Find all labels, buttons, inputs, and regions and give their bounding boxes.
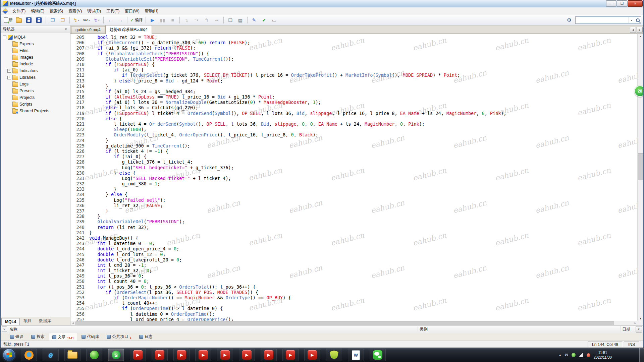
code-line[interactable]: 239 GlobalVariableDel("PERMISSION"); [70,219,638,224]
panel-tab-文章[interactable]: 文章1141 [49,333,77,341]
navigator-close-icon[interactable]: × [63,27,68,32]
tree-item-projects[interactable]: Projects [1,94,70,101]
code-line[interactable]: 227 if (!ai_0) { [70,154,638,159]
save-button[interactable] [24,16,34,24]
tree-item-files[interactable]: Files [1,47,70,54]
code-line[interactable]: 213 } else l_price_8 = Bid - gd_124 * Po… [70,78,638,83]
code-line[interactable]: 247 int l_cmd_28 = -1; [70,262,638,268]
card-button[interactable]: ▭ [269,16,279,24]
menu-item-help[interactable]: 帮助(H) [142,7,161,15]
close-button[interactable]: ✕ [628,0,643,7]
forward-button[interactable]: → [115,16,125,24]
settings-gear-icon[interactable]: ⚙ [565,16,573,24]
code-line[interactable]: 222 Sleep(1000); [70,127,638,132]
code-line[interactable]: 241} [70,230,638,235]
menu-item-search[interactable]: 搜索(S) [47,7,66,15]
tree-item-images[interactable]: Images [1,54,70,61]
open-button[interactable] [14,16,24,24]
code-line[interactable]: 253 if (OrderMagicNumber() == MagicNumbe… [70,295,638,300]
marker-button[interactable]: ✎ [249,16,259,24]
code-line[interactable]: 206 if (TimeCurrent() - g_datetime_300 <… [70,40,638,45]
code-line[interactable]: 254 l_count_40++; [70,300,638,306]
maximize-button[interactable]: ❐ [617,0,627,7]
taskbar-metaeditor-app[interactable]: S [108,349,124,361]
code-line[interactable]: 217 if (ai_0) l_lots_36 = NormalizeDoubl… [70,100,638,105]
code-line[interactable]: 210 if (!SupportECN) { [70,62,638,67]
code-line[interactable]: 251 for (l_pos_36 = 0; l_pos_36 < Orders… [70,284,638,290]
code-line[interactable]: 235 Log("failed sell"); [70,197,638,203]
code-line[interactable]: 249 int l_pos_36 = 0; [70,273,638,279]
menu-item-view[interactable]: 查看(V) [66,7,85,15]
menu-item-edit[interactable]: 编辑(E) [28,7,47,15]
insert-resource-button[interactable]: var▾ [82,16,92,24]
code-line[interactable]: 214 } [70,83,638,89]
column-category[interactable]: 类别 [420,326,428,332]
tray-safety-icon[interactable] [572,353,576,357]
code-line[interactable]: 225 g_datetime_300 = TimeCurrent(); [70,143,638,148]
panel-tab-搜索[interactable]: 搜索 [28,333,48,341]
column-combo-icon[interactable]: ▼ [636,326,642,333]
tree-item-libraries[interactable]: +Libraries [1,74,70,81]
taskbar-firefox[interactable] [21,349,37,361]
code-line[interactable]: 236 li_ret_32 = FALSE; [70,203,638,208]
vertical-scrollbar[interactable]: ▲ ▼ [637,34,643,321]
vertical-scroll-thumb[interactable] [638,153,643,180]
code-line[interactable]: 223 OrderModify(l_ticket_4, OrderOpenPri… [70,132,638,137]
compile-button[interactable]: ✓编译 [129,16,144,24]
save-all-button[interactable] [34,16,44,24]
navigator-tab-项目[interactable]: 项目 [20,317,35,325]
code-line[interactable]: 220 else { [70,116,638,121]
tree-expander-icon[interactable]: + [7,76,11,79]
code-line[interactable]: 219 if (!SupportECN) l_ticket_4 = OrderS… [70,111,638,116]
panel-tab-代码库[interactable]: 代码库 [78,333,102,341]
tab-scroll-right-icon[interactable]: ► [637,27,643,33]
taskbar-clock[interactable]: 11:51 2022/11/30 [594,350,612,360]
debug-start-button[interactable]: ▶ [148,16,158,24]
panel-tab-日志[interactable]: 日志 [136,333,156,341]
taskbar-red-app-7[interactable]: ▶ [261,349,277,361]
taskbar-red-app-5[interactable]: ▶ [217,349,233,361]
column-date[interactable]: 日期 [622,326,630,332]
notification-badge[interactable]: 28 [634,85,643,97]
navigator-tab-MQL4[interactable]: MQL4 [1,318,20,325]
navigator-tab-数据库[interactable]: 数据库 [35,317,55,325]
network-icon[interactable] [579,353,583,357]
code-line[interactable]: 246 double l_ord_takeprofit_20 = 0; [70,257,638,262]
code-line[interactable]: 245 double l_ord_lots_12 = 0; [70,252,638,257]
tray-message-icon[interactable]: ✉ [565,353,568,357]
taskbar-red-app-8[interactable]: ▶ [282,349,299,361]
taskbar-red-app-2[interactable]: ▶ [152,349,168,361]
code-line[interactable]: 211 if (ai_0) { [70,67,638,72]
taskbar-security-app[interactable] [326,349,342,361]
taskbar-file-explorer[interactable] [64,349,80,361]
taskbar-red-app-3[interactable]: ▶ [173,349,190,361]
code-line[interactable]: 237 } [70,208,638,214]
tree-item-experts[interactable]: Experts [1,41,70,47]
taskbar-app-green-1[interactable] [86,349,102,361]
tree-item-logs[interactable]: Logs [1,81,70,87]
code-line[interactable]: 238 } [70,214,638,219]
scroll-left-icon[interactable]: ◄ [70,321,75,325]
paste-button[interactable]: ▤ [235,16,246,24]
code-line[interactable]: 215 if (ai_0) ls_24 = gs__hedged_384; [70,89,638,94]
code-text[interactable]: 205 bool li_ret_32 = TRUE;206 if (TimeCu… [70,35,638,321]
start-button[interactable] [3,349,15,361]
code-line[interactable]: 218 else l_lots_36 = CalcLots(gd_220); [70,105,638,110]
tree-item-presets[interactable]: Presets [1,87,70,94]
toggle-navigator-button[interactable]: ❐ [48,16,58,24]
search-button[interactable] [634,17,641,23]
panel-tab-错误[interactable]: 错误 [7,333,27,341]
tree-item-mql4[interactable]: −MQL4 [1,34,70,41]
code-line[interactable]: 240 return (li_ret_32); [70,225,638,230]
tree-item-shared-projects[interactable]: Shared Projects [1,108,70,114]
taskbar-red-app-1[interactable]: ▶ [130,349,146,361]
minimize-button[interactable]: – [606,0,616,7]
tray-expand-icon[interactable]: ▲ [559,354,561,357]
code-line[interactable]: 242void ManageBuy() { [70,235,638,241]
code-line[interactable]: 208 if (!GlobalVariableCheck("PERMISSION… [70,51,638,56]
scroll-up-icon[interactable]: ▲ [638,34,643,39]
code-line[interactable]: 205 bool li_ret_32 = TRUE; [70,35,638,40]
search-input[interactable] [576,17,629,23]
menu-item-debug[interactable]: 调试(D) [85,7,104,15]
code-line[interactable]: 250 int l_count_40 = 0; [70,279,638,284]
